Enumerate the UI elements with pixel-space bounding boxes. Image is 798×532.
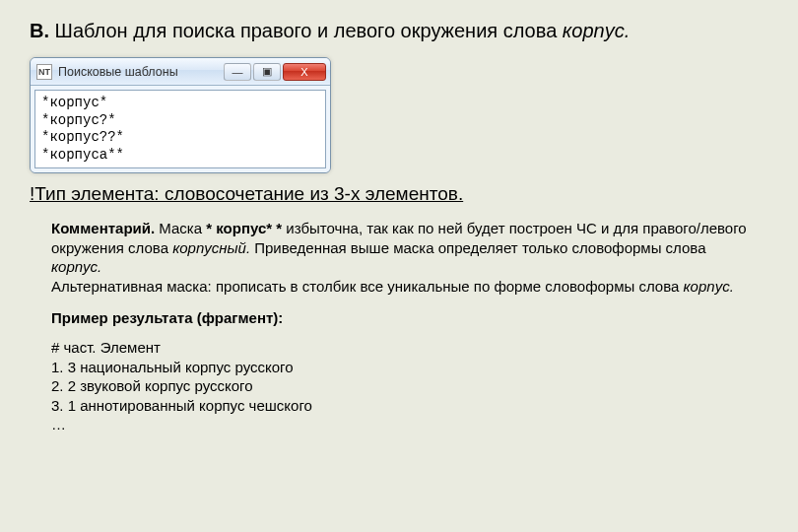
result-line: 1. 3 национальный корпус русского	[51, 359, 294, 375]
comment-block: Комментарий. Маска * корпус* * избыточна…	[51, 219, 747, 296]
result-line: 3. 1 аннотированный корпус чешского	[51, 397, 312, 414]
result-line: # част. Элемент	[51, 339, 161, 356]
close-button[interactable]: X	[283, 63, 326, 81]
window-title: Поисковые шаблоны	[58, 65, 224, 79]
result-line: 2. 2 звуковой корпус русского	[51, 377, 253, 394]
result-line: …	[51, 416, 66, 432]
textbox-line: *корпуса**	[41, 147, 124, 163]
result-block: # част. Элемент 1. 3 национальный корпус…	[51, 338, 747, 434]
window-buttons: — ▣ X	[224, 63, 326, 81]
window-titlebar: NT Поисковые шаблоны — ▣ X	[31, 58, 330, 86]
comment-mask: * корпус* *	[206, 220, 282, 236]
pattern-textbox[interactable]: *корпус* *корпус?* *корпус??* *корпуса**	[34, 90, 326, 168]
element-type-line: !Тип элемента: словосочетание из 3-х эле…	[30, 183, 768, 205]
window-body: *корпус* *корпус?* *корпус??* *корпуса**	[31, 86, 330, 172]
comment-text: Альтернативная маска: прописать в столби…	[51, 278, 684, 295]
comment-label: Комментарий.	[51, 220, 155, 236]
minimize-button[interactable]: —	[224, 63, 251, 81]
result-title: Пример результата (фрагмент):	[51, 309, 747, 326]
section-heading: В. Шаблон для поиска правого и левого ок…	[30, 18, 768, 43]
comment-italic: корпус.	[684, 278, 734, 295]
textbox-line: *корпус*	[41, 95, 107, 110]
heading-text: Шаблон для поиска правого и левого окруж…	[49, 20, 563, 41]
textbox-line: *корпус??*	[41, 129, 124, 145]
heading-prefix: В.	[30, 20, 49, 41]
textbox-line: *корпус?*	[41, 112, 116, 128]
app-window: NT Поисковые шаблоны — ▣ X *корпус* *кор…	[30, 57, 331, 173]
comment-italic: корпус.	[51, 258, 101, 275]
maximize-button[interactable]: ▣	[253, 63, 281, 81]
comment-text: Маска	[155, 220, 206, 236]
comment-text: Приведенная выше маска определяет только…	[250, 239, 705, 256]
heading-italic-word: корпус.	[563, 20, 630, 41]
app-icon: NT	[36, 64, 52, 80]
comment-italic: корпусный.	[172, 239, 250, 256]
